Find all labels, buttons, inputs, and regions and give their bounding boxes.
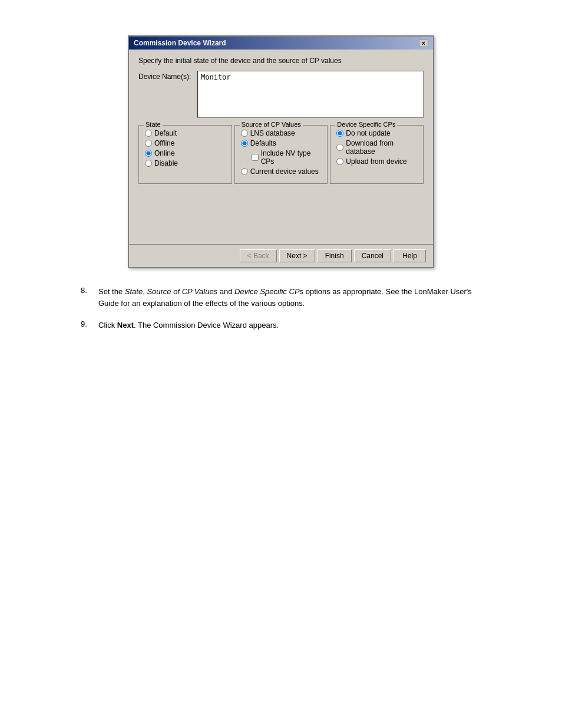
instruction-8: 8. Set the State, Source of CP Values an… bbox=[81, 286, 481, 309]
cp-lns-radio[interactable] bbox=[241, 130, 248, 137]
instruction-9-number: 9. bbox=[81, 319, 98, 328]
ds-download-radio-item: Download from database bbox=[336, 139, 417, 156]
dialog-title: Commission Device Wizard bbox=[134, 39, 226, 47]
dialog-titlebar: Commission Device Wizard × bbox=[129, 37, 433, 50]
device-specific-group: Device Specific CPs Do not update Downlo… bbox=[330, 125, 424, 184]
cp-values-group: Source of CP Values LNS database Default… bbox=[234, 125, 328, 184]
ds-download-radio[interactable] bbox=[336, 144, 343, 151]
state-disable-label: Disable bbox=[154, 159, 178, 167]
ds-upload-label: Upload from device bbox=[346, 157, 406, 166]
state-offline-radio-item: Offline bbox=[145, 139, 226, 147]
cp-defaults-label: Defaults bbox=[250, 139, 276, 147]
device-specific-group-title: Device Specific CPs bbox=[335, 121, 397, 128]
state-group: State Default Offline Online bbox=[138, 125, 232, 184]
commission-device-wizard-dialog: Commission Device Wizard × Specify the i… bbox=[128, 35, 434, 268]
dialog-footer: < Back Next > Finish Cancel Help bbox=[129, 244, 433, 267]
instruction-9-text: Click Next. The Commission Device Wizard… bbox=[98, 319, 279, 331]
cp-defaults-radio[interactable] bbox=[241, 140, 248, 147]
state-online-radio[interactable] bbox=[145, 150, 152, 157]
finish-button[interactable]: Finish bbox=[318, 249, 352, 262]
device-name-label: Device Name(s): bbox=[138, 71, 197, 81]
ds-no-update-radio-item: Do not update bbox=[336, 129, 417, 137]
cancel-button[interactable]: Cancel bbox=[354, 249, 391, 262]
cp-lns-radio-item: LNS database bbox=[241, 129, 322, 137]
next-button[interactable]: Next > bbox=[279, 249, 315, 262]
cp-values-group-title: Source of CP Values bbox=[240, 121, 303, 128]
cp-defaults-radio-item: Defaults bbox=[241, 139, 322, 147]
state-offline-label: Offline bbox=[154, 139, 174, 147]
ds-download-label: Download from database bbox=[346, 139, 417, 156]
ds-no-update-label: Do not update bbox=[346, 129, 390, 137]
cp-lns-label: LNS database bbox=[250, 129, 295, 137]
state-group-title: State bbox=[144, 121, 163, 128]
back-button[interactable]: < Back bbox=[240, 249, 277, 262]
dialog-body: Specify the initial state of the device … bbox=[129, 50, 433, 244]
dialog-description: Specify the initial state of the device … bbox=[138, 57, 424, 65]
ds-no-update-radio[interactable] bbox=[336, 130, 343, 137]
dialog-wrapper: Commission Device Wizard × Specify the i… bbox=[75, 35, 487, 268]
state-disable-radio-item: Disable bbox=[145, 159, 226, 167]
cp-current-label: Current device values bbox=[250, 167, 319, 176]
dialog-close-button[interactable]: × bbox=[419, 39, 428, 47]
device-name-row: Device Name(s): Monitor bbox=[138, 71, 424, 118]
instruction-9: 9. Click Next. The Commission Device Wiz… bbox=[81, 319, 481, 331]
help-button[interactable]: Help bbox=[394, 249, 426, 262]
ds-upload-radio[interactable] bbox=[336, 158, 343, 165]
state-online-label: Online bbox=[154, 149, 175, 157]
options-row: State Default Offline Online bbox=[138, 125, 424, 184]
instructions-section: 8. Set the State, Source of CP Values an… bbox=[75, 286, 487, 331]
device-name-input[interactable]: Monitor bbox=[197, 71, 424, 118]
state-default-label: Default bbox=[154, 129, 177, 137]
state-default-radio[interactable] bbox=[145, 130, 152, 137]
ds-upload-radio-item: Upload from device bbox=[336, 157, 417, 166]
state-offline-radio[interactable] bbox=[145, 140, 152, 147]
cp-current-radio-item: Current device values bbox=[241, 167, 322, 176]
instruction-8-text: Set the State, Source of CP Values and D… bbox=[98, 286, 481, 309]
instruction-8-number: 8. bbox=[81, 286, 98, 295]
dialog-spacer bbox=[138, 190, 424, 237]
state-online-radio-item: Online bbox=[145, 149, 226, 157]
cp-include-nv-checkbox[interactable] bbox=[252, 154, 259, 161]
state-disable-radio[interactable] bbox=[145, 160, 152, 167]
cp-include-nv-label: Include NV type CPs bbox=[261, 149, 322, 166]
state-default-radio-item: Default bbox=[145, 129, 226, 137]
cp-include-nv-checkbox-item: Include NV type CPs bbox=[252, 149, 322, 166]
cp-current-radio[interactable] bbox=[241, 168, 248, 175]
page-content: Commission Device Wizard × Specify the i… bbox=[51, 24, 511, 354]
